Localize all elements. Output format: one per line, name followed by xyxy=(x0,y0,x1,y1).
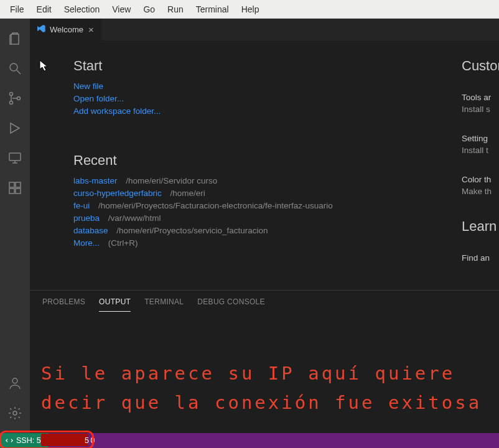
tab-welcome[interactable]: Welcome × xyxy=(30,19,101,40)
run-debug-icon[interactable] xyxy=(0,113,30,143)
menu-terminal[interactable]: Terminal xyxy=(190,2,235,17)
annotation-text: Si le aparece su IP aquí quiere decir qu… xyxy=(41,359,482,418)
status-bar: SSH: 5 5 0 0 xyxy=(0,433,499,448)
svg-point-0 xyxy=(10,63,17,71)
add-workspace-link[interactable]: Add workspace folder... xyxy=(73,105,462,118)
customize-tools[interactable]: Tools ar Install s xyxy=(462,91,499,115)
recent-item[interactable]: prueba /var/www/html xyxy=(73,212,462,225)
menu-selection[interactable]: Selection xyxy=(58,2,106,17)
panel-tab-problems[interactable]: PROBLEMS xyxy=(42,292,85,311)
remote-explorer-icon[interactable] xyxy=(0,143,30,173)
recent-path: /var/www/html xyxy=(108,213,161,223)
recent-name[interactable]: fe-ui xyxy=(73,201,90,210)
accounts-icon[interactable] xyxy=(0,368,30,398)
activity-bar xyxy=(0,19,30,433)
recent-path: /home/eri/Proyectos/Facturacion-electron… xyxy=(98,201,333,210)
svg-rect-8 xyxy=(16,189,21,194)
recent-path: /home/eri xyxy=(170,189,205,198)
recent-path: /home/eri/Servidor curso xyxy=(126,176,217,185)
search-icon[interactable] xyxy=(0,54,30,83)
warning-count: 0 xyxy=(91,436,95,445)
svg-point-9 xyxy=(12,378,17,383)
remote-icon xyxy=(5,436,14,445)
editor-area: Welcome × Start New file Open folder... … xyxy=(30,19,499,433)
vscode-icon xyxy=(36,24,46,35)
panel-tabs: PROBLEMS OUTPUT TERMINAL DEBUG CONSOLE xyxy=(30,291,499,313)
recent-item[interactable]: fe-ui /home/eri/Proyectos/Facturacion-el… xyxy=(73,200,462,212)
tab-bar: Welcome × xyxy=(30,19,499,40)
menu-run[interactable]: Run xyxy=(161,2,190,17)
recent-more-link[interactable]: More... xyxy=(73,238,100,248)
svg-point-3 xyxy=(17,97,21,100)
menu-file[interactable]: File xyxy=(4,2,30,17)
settings-gear-icon[interactable] xyxy=(0,398,30,428)
recent-name[interactable]: labs-master xyxy=(73,176,118,185)
customize-heading: Custon xyxy=(462,58,499,74)
panel-tab-output[interactable]: OUTPUT xyxy=(99,292,131,312)
remote-suffix: 5 xyxy=(85,436,89,445)
svg-point-10 xyxy=(13,411,17,415)
remote-indicator[interactable]: SSH: 5 5 xyxy=(0,433,49,448)
menu-help[interactable]: Help xyxy=(235,2,266,17)
explorer-icon[interactable] xyxy=(0,24,30,54)
panel-body[interactable]: Si le aparece su IP aquí quiere decir qu… xyxy=(30,313,499,433)
redaction-block xyxy=(41,434,88,446)
recent-item[interactable]: database /home/eri/Proyectos/servicio_fa… xyxy=(73,225,462,237)
new-file-link[interactable]: New file xyxy=(73,80,462,93)
svg-rect-4 xyxy=(9,153,21,161)
open-folder-link[interactable]: Open folder... xyxy=(73,93,462,105)
customize-settings[interactable]: Setting Install t xyxy=(462,133,499,156)
recent-item[interactable]: labs-master /home/eri/Servidor curso xyxy=(73,175,462,187)
close-icon[interactable]: × xyxy=(87,24,95,35)
svg-point-2 xyxy=(10,101,13,105)
source-control-icon[interactable] xyxy=(0,83,30,113)
customize-theme[interactable]: Color th Make th xyxy=(462,174,499,197)
extensions-icon[interactable] xyxy=(0,173,30,203)
menu-edit[interactable]: Edit xyxy=(30,2,58,17)
mouse-cursor-icon xyxy=(39,60,50,72)
svg-rect-6 xyxy=(16,182,21,187)
recent-name[interactable]: prueba xyxy=(73,213,100,223)
panel-tab-terminal[interactable]: TERMINAL xyxy=(144,292,184,311)
menu-view[interactable]: View xyxy=(106,2,137,17)
recent-name[interactable]: database xyxy=(73,226,108,235)
learn-heading: Learn xyxy=(462,218,499,235)
remote-label: SSH: 5 xyxy=(16,436,41,445)
svg-rect-5 xyxy=(9,182,14,187)
recent-heading: Recent xyxy=(73,152,462,169)
menu-bar: File Edit Selection View Go Run Terminal… xyxy=(0,0,499,19)
recent-more-hint: (Ctrl+R) xyxy=(108,238,138,248)
welcome-page: Start New file Open folder... Add worksp… xyxy=(30,40,499,290)
recent-path: /home/eri/Proyectos/servicio_facturacion xyxy=(116,226,268,235)
tab-label: Welcome xyxy=(50,25,83,34)
recent-name[interactable]: curso-hyperledgerfabric xyxy=(73,189,162,198)
start-heading: Start xyxy=(73,58,462,74)
svg-rect-7 xyxy=(9,189,14,194)
svg-point-1 xyxy=(10,93,13,96)
menu-go[interactable]: Go xyxy=(137,2,161,17)
recent-item[interactable]: curso-hyperledgerfabric /home/eri xyxy=(73,187,462,200)
panel-tab-debug-console[interactable]: DEBUG CONSOLE xyxy=(197,292,265,311)
bottom-panel: PROBLEMS OUTPUT TERMINAL DEBUG CONSOLE S… xyxy=(30,290,499,433)
learn-find[interactable]: Find an xyxy=(462,252,499,264)
